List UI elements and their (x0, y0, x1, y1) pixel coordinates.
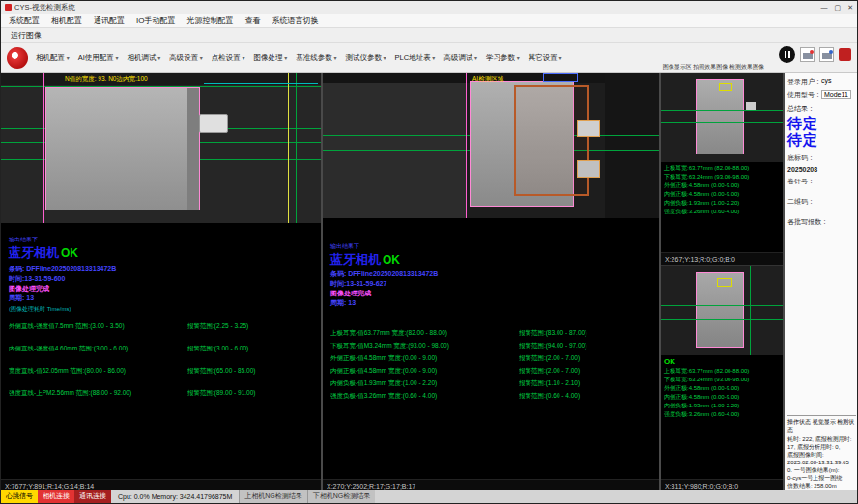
lower-camera-result-status: 下相机NG检测结果 (307, 490, 376, 503)
measurement-row: 下极耳宽-值M3.24mm 宽度:(93.00 - 98.00)报警范围:(94… (330, 342, 655, 350)
roi-box (719, 83, 732, 91)
stats-line: 耗时: 222, 底报检测用时: (787, 435, 856, 443)
heartbeat-indicator: 心跳信号 (1, 490, 38, 503)
pause-icon (788, 51, 790, 58)
preview-result-line: 内侧负极:1.93mm (1.00-2.20) (664, 199, 780, 208)
guide-line (43, 73, 44, 223)
guide-line (204, 83, 318, 84)
measurement-row: 内侧负极-值1.93mm 宽度:(1.00 - 2.20)报警范围:(1.10 … (330, 379, 655, 388)
toolbar-tabs: 相机配置 AI使用配置 相机调试 高级设置 点检设置 图像处理 基准线参数 测试… (36, 53, 561, 63)
app-window: CYS-视觉检测系统 — ▢ ✕ 系统配置 相机配置 通讯配置 IO手动配置 光… (0, 0, 858, 504)
toolbar-buttons (779, 46, 851, 63)
camera-icon (803, 53, 813, 59)
stats-line: 底报图像时间: (787, 451, 856, 459)
menu-item-camera-config[interactable]: 相机配置 (51, 15, 82, 26)
process-status-text: 图像处理完成 (330, 289, 371, 298)
stats-line: 倍数结果: 258.00m (787, 482, 856, 490)
pause-icon (785, 51, 786, 58)
left-camera-panel: N值的宽度: 93. N0边内宽:100 输出结果下 蓝牙相机OK 条码: DF… (1, 73, 321, 491)
toolbar: 相机配置 AI使用配置 相机调试 高级设置 点检设置 图像处理 基准线参数 测试… (1, 43, 857, 73)
lower-camera-button[interactable] (819, 47, 834, 62)
guide-line (661, 110, 783, 111)
right-camera-view[interactable]: AI检测区域 输出结果下 蓝牙相机OK 条码: DFFline202502081… (323, 73, 659, 479)
preview-column: 上极耳宽:63.77mm (82.00-88.00) 下极耳宽:63.24mm … (661, 73, 783, 491)
tab-image-processing[interactable]: 图像处理 (254, 53, 288, 63)
guide-line (466, 73, 467, 218)
measurement-row: 内侧正极-值4.58mm 宽度:(0.00 - 9.00)报警范围:(2.00 … (330, 367, 655, 376)
lower-preview-panel[interactable]: OK 上极耳宽:63.77mm (82.00-88.00) 下极耳宽:63.24… (661, 266, 783, 491)
window-controls: — ▢ ✕ (821, 4, 854, 12)
model-row: 使用型号： Mode11 (787, 90, 856, 99)
guide-line (661, 305, 783, 306)
stats-line: 17, 底报分析用时: 0, (787, 443, 856, 451)
tab-other-settings[interactable]: 其它设置 (529, 53, 562, 63)
tab-plc-address-table[interactable]: PLC地址表 (395, 53, 436, 63)
machine-block (323, 73, 466, 218)
result-title: 蓝牙相机OK (330, 250, 400, 268)
stats-line: 0-cys一号上报一图绕 (787, 474, 856, 482)
menu-item-view[interactable]: 查看 (244, 15, 260, 26)
model-select[interactable]: Mode11 (821, 90, 851, 99)
left-camera-view[interactable]: N值的宽度: 93. N0边内宽:100 输出结果下 蓝牙相机OK 条码: DF… (1, 73, 321, 479)
menu-item-light-control-config[interactable]: 光源控制配置 (186, 15, 233, 26)
login-user-row: 登录用户： cys (787, 77, 856, 87)
menu-item-system-config[interactable]: 系统配置 (9, 15, 40, 26)
upper-preview-image (661, 73, 783, 162)
left-camera-image: N值的宽度: 93. N0边内宽:100 (1, 73, 321, 223)
tab-ai-usage-config[interactable]: AI使用配置 (78, 53, 119, 63)
maximize-button[interactable]: ▢ (835, 4, 842, 12)
window-title: CYS-视觉检测系统 (14, 3, 75, 13)
menu-item-comm-config[interactable]: 通讯配置 (94, 15, 125, 26)
pin-row: 卷针号： (787, 177, 856, 186)
menu-item-io-manual-config[interactable]: IO手动配置 (136, 15, 175, 26)
upper-preview-results: 上极耳宽:63.77mm (82.00-88.00) 下极耳宽:63.24mm … (661, 162, 783, 252)
login-user-value: cys (821, 77, 832, 87)
preview-result-line: 内侧负极:1.93mm (1.00-2.20) (664, 402, 780, 410)
main-area: N值的宽度: 93. N0边内宽:100 输出结果下 蓝牙相机OK 条码: DF… (1, 73, 858, 491)
upper-camera-result-status: 上相机NG检测结果 (239, 490, 307, 503)
bright-feature (746, 102, 756, 110)
close-button[interactable]: ✕ (847, 4, 853, 12)
barcode-text: 条码: DFFline2025020813313472B (330, 269, 438, 279)
camera-link-indicator: 相机连接 (38, 490, 74, 503)
guide-line (661, 319, 783, 320)
lower-preview-image (661, 266, 783, 355)
tab-test-params[interactable]: 测试仪参数 (345, 53, 386, 63)
menu-item-language-switch[interactable]: 系统语言切换 (272, 15, 318, 26)
machine-block (605, 73, 659, 218)
time-text: 时间:13-31-59-600 (9, 274, 65, 284)
preview-result-line: 强度负极:3.26mm (0.60-4.00) (664, 410, 780, 419)
tab-advanced-settings[interactable]: 高级设置 (169, 53, 203, 63)
tab-camera-debug[interactable]: 相机调试 (127, 53, 160, 63)
guide-line (661, 122, 783, 123)
tab-baseline-params[interactable]: 基准线参数 (296, 53, 336, 63)
upper-camera-button[interactable] (800, 47, 815, 62)
tab-learning-params[interactable]: 学习参数 (486, 53, 520, 63)
status-ok: OK (61, 246, 78, 260)
count-row: 各批写报数： (787, 217, 856, 227)
tab-camera-config[interactable]: 相机配置 (36, 53, 70, 63)
seal-icon (839, 48, 851, 61)
connector-tab (199, 114, 228, 133)
guide-line (296, 73, 297, 223)
stats-line: 2025:02:08-13:31:39:65 (787, 459, 856, 466)
upper-preview-panel[interactable]: 上极耳宽:63.77mm (82.00-88.00) 下极耳宽:63.24mm … (661, 73, 783, 266)
minimize-button[interactable]: — (821, 4, 828, 12)
tab-run-image[interactable]: 运行图像 (11, 30, 42, 41)
pause-button[interactable] (779, 46, 795, 63)
right-camera-panel: AI检测区域 输出结果下 蓝牙相机OK 条码: DFFline202502081… (323, 73, 659, 491)
menu-bar: 系统配置 相机配置 通讯配置 IO手动配置 光源控制配置 查看 系统语言切换 (1, 14, 857, 28)
stats-header: 操作状态 视觉显示 检测状态 (787, 418, 856, 434)
ai-detection-box (514, 85, 589, 196)
app-icon (5, 4, 12, 11)
preview-result-line: 外侧正极:4.58mm (0.00-9.00) (664, 384, 780, 393)
preview-result-line: 上极耳宽:63.77mm (82.00-88.00) (664, 164, 780, 173)
tab-advanced-debug[interactable]: 高级调试 (443, 53, 477, 63)
bright-feature (577, 160, 600, 178)
tab-spot-check-settings[interactable]: 点检设置 (212, 53, 245, 63)
preview-result-line: 下极耳宽:63.24mm (93.00-98.00) (664, 173, 780, 182)
sub-bar: 运行图像 (1, 28, 857, 43)
comm-link-indicator: 通讯连接 (74, 490, 111, 503)
measurement-row: 强度直线-上PM2.56mm 范围:(88.00 - 92.00)报警范围:(8… (9, 389, 317, 398)
product-region (45, 87, 200, 210)
